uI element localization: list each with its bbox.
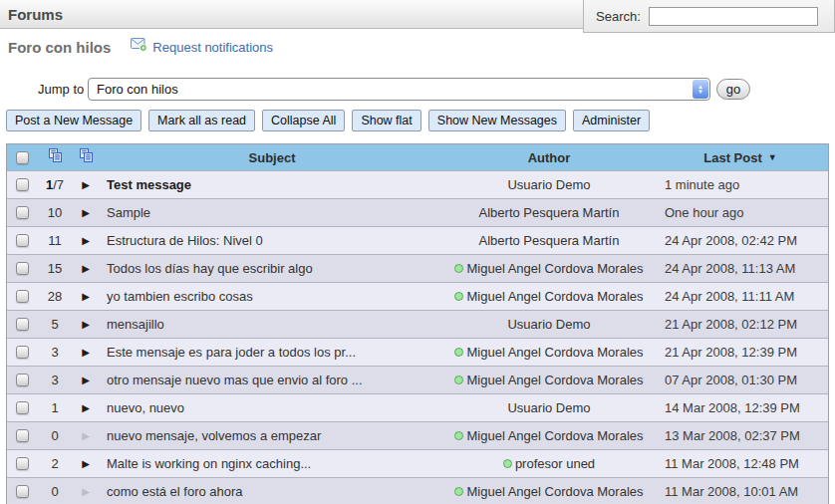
- thread-count: 0: [37, 484, 73, 499]
- expand-arrow-icon[interactable]: ▶: [82, 263, 90, 274]
- author-name: Miguel Angel Cordova Morales: [466, 373, 643, 387]
- thread-count: 2: [37, 456, 73, 471]
- author-cell: Miguel Angel Cordova Morales: [445, 428, 653, 443]
- sort-icon[interactable]: [48, 148, 63, 167]
- search-panel: Search:: [583, 0, 835, 33]
- thread-subject[interactable]: Todos los días hay que escribir algo: [107, 261, 313, 276]
- row-checkbox[interactable]: [16, 485, 29, 498]
- threads-table: Subject Author Last Post ▼ 1/7 ▶ Test me…: [6, 143, 829, 504]
- thread-subject[interactable]: como está el foro ahora: [107, 484, 243, 499]
- expand-arrow-icon[interactable]: ▶: [82, 319, 90, 330]
- author-cell: Usuario Demo: [445, 400, 653, 415]
- table-row: 0 ▶ como está el foro ahora Miguel Angel…: [7, 477, 828, 504]
- row-checkbox[interactable]: [16, 234, 29, 247]
- last-post-date: 11 Mar 2008, 12:48 PM: [653, 456, 828, 471]
- toolbar-button[interactable]: Show New Messages: [428, 110, 566, 131]
- last-post-date: 1 minute ago: [653, 177, 828, 192]
- last-post-date: 24 Apr 2008, 11:13 AM: [653, 261, 828, 276]
- toolbar-button[interactable]: Show flat: [352, 110, 420, 131]
- author-column-header: Author: [445, 150, 653, 165]
- author-cell: Alberto Pesquera Martín: [445, 233, 653, 248]
- thread-count: 1/7: [37, 177, 73, 192]
- thread-subject[interactable]: Malte is working on nginx caching...: [107, 456, 311, 471]
- select-all-checkbox[interactable]: [16, 151, 29, 164]
- search-input[interactable]: [649, 7, 818, 26]
- expand-arrow-icon[interactable]: ▶: [82, 375, 90, 385]
- expand-arrow-icon[interactable]: ▶: [82, 402, 90, 413]
- online-dot-icon: [454, 348, 463, 357]
- thread-count: 10: [37, 205, 73, 220]
- thread-count: 3: [37, 373, 73, 387]
- thread-count: 15: [37, 261, 73, 276]
- row-checkbox[interactable]: [16, 346, 29, 359]
- sort-icon[interactable]: [79, 148, 94, 167]
- row-checkbox[interactable]: [16, 262, 29, 275]
- last-post-date: 07 Apr 2008, 01:30 PM: [653, 373, 828, 387]
- expand-arrow-icon[interactable]: ▶: [82, 179, 90, 190]
- expand-arrow-icon[interactable]: ▶: [82, 486, 90, 497]
- request-notifications-link[interactable]: Request notifications: [131, 38, 273, 56]
- thread-subject[interactable]: yo tambien escribo cosas: [107, 289, 253, 304]
- row-checkbox[interactable]: [16, 206, 29, 219]
- expand-arrow-icon[interactable]: ▶: [82, 235, 90, 246]
- row-checkbox[interactable]: [16, 178, 29, 191]
- last-post-date: 24 Apr 2008, 11:11 AM: [653, 289, 828, 304]
- last-post-column-header[interactable]: Last Post ▼: [653, 150, 828, 165]
- online-dot-icon: [454, 292, 463, 301]
- online-dot-icon: [454, 487, 463, 496]
- expand-arrow-icon[interactable]: ▶: [82, 347, 90, 358]
- table-row: 28 ▶ yo tambien escribo cosas Miguel Ang…: [7, 282, 828, 310]
- go-button[interactable]: go: [716, 79, 750, 100]
- author-name: Usuario Demo: [507, 317, 590, 332]
- thread-subject[interactable]: otro mensaje nuevo mas que envio al foro…: [107, 373, 363, 387]
- thread-subject[interactable]: Estructura de Hilos: Nivel 0: [107, 233, 263, 248]
- author-name: profesor uned: [515, 456, 595, 471]
- row-checkbox[interactable]: [16, 429, 29, 442]
- forum-select-value: Foro con hilos: [89, 82, 693, 97]
- table-row: 3 ▶ Este mensaje es para joder a todos l…: [7, 338, 828, 366]
- thread-count: 5: [37, 317, 73, 332]
- sort-desc-icon: ▼: [768, 152, 777, 162]
- row-checkbox[interactable]: [16, 401, 29, 414]
- thread-subject[interactable]: Test message: [107, 177, 191, 192]
- expand-arrow-icon[interactable]: ▶: [82, 458, 90, 469]
- toolbar-button[interactable]: Administer: [573, 110, 650, 131]
- expand-arrow-icon[interactable]: ▶: [82, 430, 90, 441]
- action-toolbar: Post a New Message Mark all as read Coll…: [6, 110, 650, 131]
- row-checkbox[interactable]: [16, 374, 29, 386]
- thread-subject[interactable]: nuevo mensaje, volvemos a empezar: [107, 428, 321, 443]
- author-cell: Miguel Angel Cordova Morales: [445, 345, 653, 360]
- subject-column-header: Subject: [99, 150, 445, 165]
- author-name: Miguel Angel Cordova Morales: [466, 484, 643, 499]
- request-notifications-label: Request notifications: [152, 40, 273, 55]
- author-cell: Usuario Demo: [445, 317, 653, 332]
- forum-select[interactable]: Foro con hilos ▲▼: [88, 78, 710, 101]
- author-cell: Miguel Angel Cordova Morales: [445, 289, 653, 304]
- toolbar-button[interactable]: Collapse All: [262, 110, 345, 131]
- thread-count: 1: [37, 400, 73, 415]
- thread-subject[interactable]: mensajillo: [107, 317, 164, 332]
- expand-arrow-icon[interactable]: ▶: [82, 207, 90, 218]
- row-checkbox[interactable]: [16, 457, 29, 470]
- author-cell: Alberto Pesquera Martín: [445, 205, 653, 220]
- online-dot-icon: [454, 264, 463, 273]
- author-name: Miguel Angel Cordova Morales: [466, 261, 643, 276]
- select-stepper-icon[interactable]: ▲▼: [693, 80, 708, 99]
- thread-subject[interactable]: nuevo, nuevo: [107, 400, 184, 415]
- table-header-row: Subject Author Last Post ▼: [7, 144, 828, 170]
- row-checkbox[interactable]: [16, 290, 29, 303]
- table-row: 5 ▶ mensajillo Usuario Demo 21 Apr 2008,…: [7, 310, 828, 338]
- author-name: Usuario Demo: [507, 177, 590, 192]
- expand-arrow-icon[interactable]: ▶: [82, 291, 90, 302]
- row-checkbox[interactable]: [16, 318, 29, 331]
- toolbar-button[interactable]: Post a New Message: [6, 110, 141, 131]
- table-row: 3 ▶ otro mensaje nuevo mas que envio al …: [7, 366, 828, 393]
- toolbar-button[interactable]: Mark all as read: [148, 110, 255, 131]
- page-title: Foro con hilos: [8, 39, 111, 56]
- author-name: Miguel Angel Cordova Morales: [466, 345, 643, 360]
- author-cell: Miguel Angel Cordova Morales: [445, 484, 653, 499]
- thread-subject[interactable]: Este mensaje es para joder a todos los p…: [107, 345, 356, 360]
- notification-envelope-icon[interactable]: [131, 38, 147, 56]
- last-post-date: 14 Mar 2008, 12:39 PM: [653, 400, 828, 415]
- thread-subject[interactable]: Sample: [107, 205, 150, 220]
